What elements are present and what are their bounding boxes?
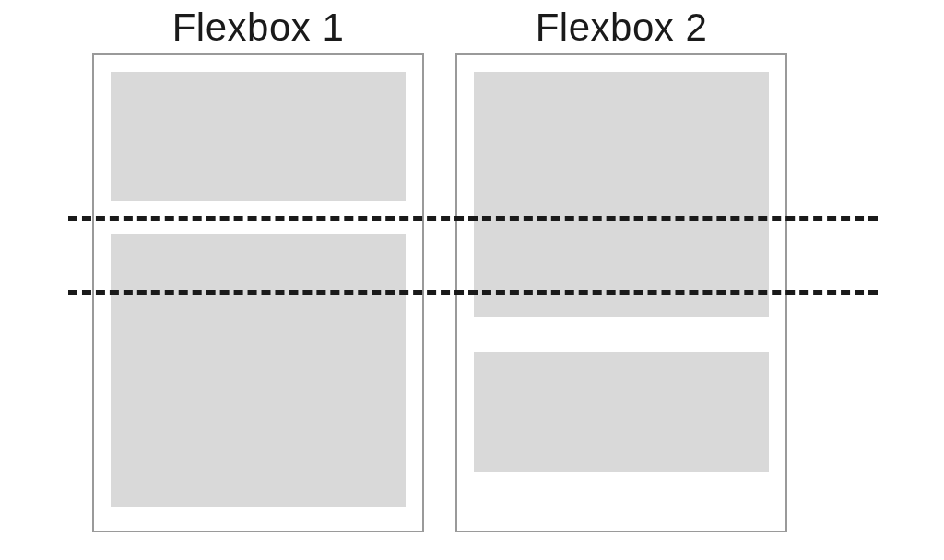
- guide-line-upper: [68, 216, 878, 221]
- flexbox-1-item-bottom: [111, 234, 406, 507]
- flexbox-1-item-top: [111, 72, 406, 201]
- flexbox-2-item-top: [474, 72, 769, 317]
- heading-flexbox-1: Flexbox 1: [92, 6, 424, 50]
- diagram-stage: Flexbox 1 Flexbox 2: [0, 0, 944, 560]
- heading-flexbox-2: Flexbox 2: [455, 6, 787, 50]
- guide-line-lower: [68, 290, 878, 295]
- flexbox-2-item-bottom: [474, 352, 769, 472]
